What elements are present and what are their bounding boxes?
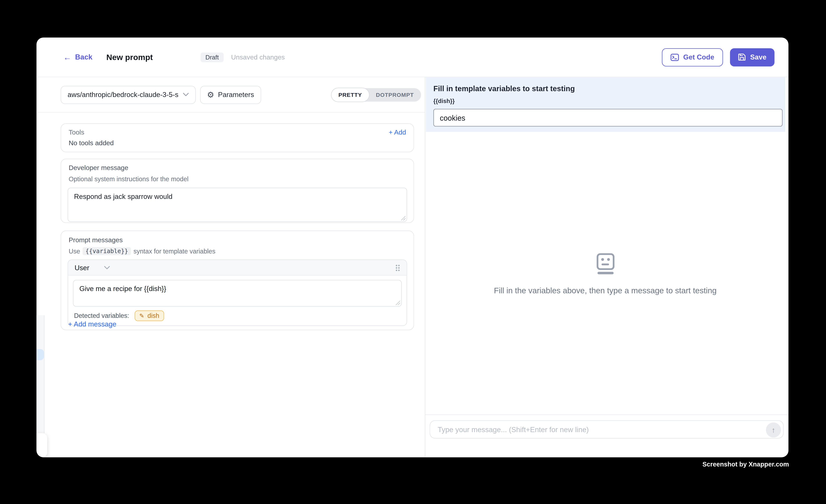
tools-card-header: Tools + Add <box>69 129 406 136</box>
template-variables-section: Fill in template variables to start test… <box>426 77 785 132</box>
variable-name-label: {{dish}} <box>433 98 455 104</box>
add-message-label: Add message <box>74 320 116 328</box>
developer-message-title: Developer message <box>68 164 407 172</box>
developer-message-textarea[interactable]: Respond as jack sparrow would <box>68 188 407 222</box>
parameters-button[interactable]: ⚙ Parameters <box>200 85 261 104</box>
save-label: Save <box>750 53 766 61</box>
detected-variables-label: Detected variables: <box>74 312 129 320</box>
model-selector[interactable]: aws/anthropic/bedrock-claude-3-5-s... <box>61 85 196 104</box>
pencil-icon: ✎ <box>139 313 144 319</box>
hint-suffix: syntax for template variables <box>133 248 215 255</box>
add-message-button[interactable]: + Add message <box>68 320 116 328</box>
screenshot-stage: ← Back New prompt Draft Unsaved changes … <box>0 0 826 504</box>
unsaved-changes-note: Unsaved changes <box>231 53 285 61</box>
robot-face-icon <box>596 253 614 274</box>
parameters-label: Parameters <box>218 90 254 99</box>
save-button[interactable]: Save <box>730 48 774 66</box>
plus-icon: + <box>68 320 72 328</box>
variable-value-input[interactable] <box>433 109 783 126</box>
variable-chip-dish[interactable]: ✎ dish <box>134 310 164 321</box>
gear-icon: ⚙ <box>207 90 214 99</box>
toggle-option-dotprompt[interactable]: DOTPROMPT <box>369 88 421 101</box>
tools-empty-text: No tools added <box>69 139 406 147</box>
chat-message-input[interactable] <box>430 421 783 438</box>
developer-message-card: Developer message Optional system instru… <box>61 159 414 223</box>
page-title: New prompt <box>107 53 153 62</box>
editor-toolbar: aws/anthropic/bedrock-claude-3-5-s... ⚙ … <box>37 77 425 113</box>
terminal-icon <box>670 53 679 61</box>
chat-empty-message: Fill in the variables above, then type a… <box>425 286 785 295</box>
view-mode-toggle: PRETTY DOTPROMPT <box>332 88 421 101</box>
message-field-wrap: Give me a recipe for {{dish}} <box>73 280 402 307</box>
back-button[interactable]: ← Back <box>63 53 93 61</box>
header: ← Back New prompt Draft Unsaved changes … <box>37 38 788 77</box>
back-arrow-icon: ← <box>63 53 71 61</box>
resize-grip-icon[interactable] <box>395 300 400 305</box>
add-tool-label: Add <box>394 129 406 136</box>
sidebar-corner-card <box>37 433 47 457</box>
chevron-down-icon <box>183 93 189 97</box>
get-code-label: Get Code <box>683 53 714 61</box>
watermark: Screenshot by Xnapper.com <box>622 460 789 468</box>
get-code-button[interactable]: Get Code <box>662 48 723 66</box>
detected-variables-row: Detected variables: ✎ dish <box>68 307 407 325</box>
role-chevron-down-icon[interactable] <box>104 266 110 269</box>
message-body: Give me a recipe for {{dish}} <box>68 276 407 307</box>
template-variables-title: Fill in template variables to start test… <box>433 84 575 93</box>
chat-composer-footer: ↑ <box>425 415 788 457</box>
message-role-header: User <box>68 260 407 276</box>
send-button[interactable]: ↑ <box>766 422 781 437</box>
hint-prefix: Use <box>69 248 80 255</box>
back-label: Back <box>75 53 93 61</box>
toggle-option-pretty[interactable]: PRETTY <box>332 88 369 101</box>
developer-message-subtitle: Optional system instructions for the mod… <box>68 175 407 183</box>
message-textarea[interactable]: Give me a recipe for {{dish}} <box>73 280 402 307</box>
arrow-up-icon: ↑ <box>772 426 775 434</box>
template-syntax-hint: Use {{variable}} syntax for template var… <box>68 247 407 255</box>
chat-empty-state: Fill in the variables above, then type a… <box>425 253 785 295</box>
variable-syntax-chip: {{variable}} <box>83 247 131 255</box>
prompt-messages-title: Prompt messages <box>68 237 407 244</box>
developer-message-field-wrap: Respond as jack sparrow would <box>68 188 407 222</box>
model-selector-value: aws/anthropic/bedrock-claude-3-5-s... <box>68 90 179 99</box>
resize-grip-icon[interactable] <box>401 215 406 220</box>
status-badge: Draft <box>200 52 224 62</box>
sidebar-selected-item-sliver[interactable] <box>37 349 44 360</box>
test-panel: Fill in template variables to start test… <box>425 77 788 457</box>
variable-chip-label: dish <box>148 312 159 320</box>
tools-card: Tools + Add No tools added <box>61 123 414 152</box>
add-tool-button[interactable]: + Add <box>389 129 406 136</box>
tools-title: Tools <box>69 129 84 136</box>
sidebar-sliver <box>37 315 45 433</box>
message-role-value: User <box>74 263 89 271</box>
chat-composer: ↑ <box>430 420 784 439</box>
prompt-message-block: User Give me a recipe for {{dish}} Detec… <box>68 259 407 326</box>
drag-handle-icon[interactable] <box>395 264 400 271</box>
prompt-messages-card: Prompt messages Use {{variable}} syntax … <box>61 231 414 330</box>
save-icon <box>738 53 746 61</box>
app-window: ← Back New prompt Draft Unsaved changes … <box>37 38 788 457</box>
plus-icon: + <box>389 129 393 136</box>
